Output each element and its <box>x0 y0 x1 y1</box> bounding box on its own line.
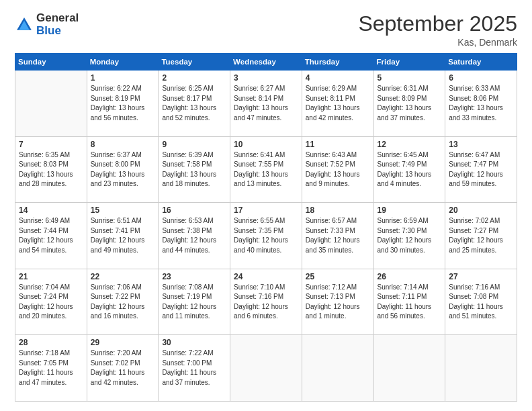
day-info: Sunrise: 6:39 AMSunset: 7:58 PMDaylight:… <box>162 150 226 189</box>
calendar-cell: 19 Sunrise: 6:59 AMSunset: 7:30 PMDaylig… <box>373 203 445 269</box>
day-number: 29 <box>91 338 155 347</box>
calendar-cell: 13 Sunrise: 6:47 AMSunset: 7:47 PMDaylig… <box>445 136 517 203</box>
calendar-cell: 25 Sunrise: 7:12 AMSunset: 7:13 PMDaylig… <box>302 269 373 335</box>
day-info: Sunrise: 6:37 AMSunset: 8:00 PMDaylight:… <box>91 150 155 189</box>
month-title: September 2025 <box>358 12 517 36</box>
col-saturday: Saturday <box>445 54 517 71</box>
day-number: 13 <box>449 140 513 149</box>
day-info: Sunrise: 6:43 AMSunset: 7:52 PMDaylight:… <box>306 150 370 189</box>
calendar-cell: 30 Sunrise: 7:22 AMSunset: 7:00 PMDaylig… <box>159 335 230 402</box>
calendar-cell <box>445 335 517 402</box>
day-number: 18 <box>306 205 370 215</box>
day-info: Sunrise: 7:20 AMSunset: 7:02 PMDaylight:… <box>91 349 155 387</box>
day-info: Sunrise: 6:57 AMSunset: 7:33 PMDaylight:… <box>306 216 370 255</box>
calendar-cell: 12 Sunrise: 6:45 AMSunset: 7:49 PMDaylig… <box>373 136 445 203</box>
day-info: Sunrise: 6:33 AMSunset: 8:06 PMDaylight:… <box>449 84 513 123</box>
day-info: Sunrise: 6:51 AMSunset: 7:41 PMDaylight:… <box>91 216 155 255</box>
day-info: Sunrise: 7:12 AMSunset: 7:13 PMDaylight:… <box>306 283 370 322</box>
day-info: Sunrise: 6:53 AMSunset: 7:38 PMDaylight:… <box>162 216 226 255</box>
day-number: 22 <box>91 272 155 281</box>
calendar-cell: 20 Sunrise: 7:02 AMSunset: 7:27 PMDaylig… <box>445 203 517 269</box>
day-info: Sunrise: 7:16 AMSunset: 7:08 PMDaylight:… <box>449 283 513 322</box>
day-info: Sunrise: 6:49 AMSunset: 7:44 PMDaylight:… <box>19 216 83 255</box>
col-tuesday: Tuesday <box>159 54 230 71</box>
col-friday: Friday <box>373 54 445 71</box>
calendar-cell: 14 Sunrise: 6:49 AMSunset: 7:44 PMDaylig… <box>15 203 87 269</box>
calendar-cell: 23 Sunrise: 7:08 AMSunset: 7:19 PMDaylig… <box>159 269 230 335</box>
calendar-cell <box>15 71 87 137</box>
day-number: 15 <box>91 205 155 215</box>
calendar-cell: 17 Sunrise: 6:55 AMSunset: 7:35 PMDaylig… <box>230 203 302 269</box>
day-number: 27 <box>449 272 513 281</box>
page-header: General Blue September 2025 Kas, Denmark <box>15 12 517 48</box>
day-number: 26 <box>378 272 442 281</box>
day-number: 17 <box>234 205 298 215</box>
day-number: 23 <box>162 272 226 281</box>
day-info: Sunrise: 6:27 AMSunset: 8:14 PMDaylight:… <box>234 84 298 123</box>
calendar-cell: 18 Sunrise: 6:57 AMSunset: 7:33 PMDaylig… <box>302 203 373 269</box>
day-info: Sunrise: 7:08 AMSunset: 7:19 PMDaylight:… <box>162 283 226 322</box>
calendar-cell: 26 Sunrise: 7:14 AMSunset: 7:11 PMDaylig… <box>373 269 445 335</box>
day-info: Sunrise: 6:29 AMSunset: 8:11 PMDaylight:… <box>306 84 370 123</box>
calendar-cell: 15 Sunrise: 6:51 AMSunset: 7:41 PMDaylig… <box>87 203 159 269</box>
calendar-cell: 4 Sunrise: 6:29 AMSunset: 8:11 PMDayligh… <box>302 71 373 137</box>
calendar-cell: 24 Sunrise: 7:10 AMSunset: 7:16 PMDaylig… <box>230 269 302 335</box>
calendar-cell <box>302 335 373 402</box>
calendar-cell: 3 Sunrise: 6:27 AMSunset: 8:14 PMDayligh… <box>230 71 302 137</box>
logo: General Blue <box>15 12 79 37</box>
title-block: September 2025 Kas, Denmark <box>358 12 517 48</box>
col-wednesday: Wednesday <box>230 54 302 71</box>
day-number: 12 <box>378 140 442 149</box>
day-number: 14 <box>19 205 83 215</box>
calendar-cell: 9 Sunrise: 6:39 AMSunset: 7:58 PMDayligh… <box>159 136 230 203</box>
day-number: 7 <box>19 140 83 149</box>
calendar-cell <box>230 335 302 402</box>
day-number: 11 <box>306 140 370 149</box>
day-number: 16 <box>162 205 226 215</box>
day-number: 30 <box>162 338 226 347</box>
logo-icon <box>15 15 34 34</box>
calendar-cell: 27 Sunrise: 7:16 AMSunset: 7:08 PMDaylig… <box>445 269 517 335</box>
day-number: 9 <box>162 140 226 149</box>
calendar-cell: 28 Sunrise: 7:18 AMSunset: 7:05 PMDaylig… <box>15 335 87 402</box>
calendar-cell: 29 Sunrise: 7:20 AMSunset: 7:02 PMDaylig… <box>87 335 159 402</box>
col-sunday: Sunday <box>15 54 87 71</box>
day-number: 6 <box>449 73 513 83</box>
calendar-header-row: Sunday Monday Tuesday Wednesday Thursday… <box>15 54 517 71</box>
day-number: 20 <box>449 205 513 215</box>
day-number: 4 <box>306 73 370 83</box>
day-info: Sunrise: 6:47 AMSunset: 7:47 PMDaylight:… <box>449 150 513 189</box>
day-info: Sunrise: 6:41 AMSunset: 7:55 PMDaylight:… <box>234 150 298 189</box>
calendar-cell: 16 Sunrise: 6:53 AMSunset: 7:38 PMDaylig… <box>159 203 230 269</box>
day-number: 25 <box>306 272 370 281</box>
day-number: 10 <box>234 140 298 149</box>
day-info: Sunrise: 6:59 AMSunset: 7:30 PMDaylight:… <box>378 216 442 255</box>
calendar-cell: 11 Sunrise: 6:43 AMSunset: 7:52 PMDaylig… <box>302 136 373 203</box>
day-number: 28 <box>19 338 83 347</box>
day-info: Sunrise: 6:35 AMSunset: 8:03 PMDaylight:… <box>19 150 83 189</box>
day-number: 3 <box>234 73 298 83</box>
calendar-cell <box>373 335 445 402</box>
calendar-cell: 21 Sunrise: 7:04 AMSunset: 7:24 PMDaylig… <box>15 269 87 335</box>
calendar-cell: 10 Sunrise: 6:41 AMSunset: 7:55 PMDaylig… <box>230 136 302 203</box>
day-info: Sunrise: 7:04 AMSunset: 7:24 PMDaylight:… <box>19 283 83 322</box>
day-info: Sunrise: 7:02 AMSunset: 7:27 PMDaylight:… <box>449 216 513 255</box>
day-info: Sunrise: 6:45 AMSunset: 7:49 PMDaylight:… <box>378 150 442 189</box>
calendar-cell: 7 Sunrise: 6:35 AMSunset: 8:03 PMDayligh… <box>15 136 87 203</box>
day-info: Sunrise: 7:22 AMSunset: 7:00 PMDaylight:… <box>162 349 226 387</box>
col-monday: Monday <box>87 54 159 71</box>
day-number: 5 <box>378 73 442 83</box>
day-info: Sunrise: 7:06 AMSunset: 7:22 PMDaylight:… <box>91 283 155 322</box>
calendar-cell: 5 Sunrise: 6:31 AMSunset: 8:09 PMDayligh… <box>373 71 445 137</box>
calendar-cell: 8 Sunrise: 6:37 AMSunset: 8:00 PMDayligh… <box>87 136 159 203</box>
day-number: 21 <box>19 272 83 281</box>
location: Kas, Denmark <box>358 37 517 48</box>
calendar-cell: 22 Sunrise: 7:06 AMSunset: 7:22 PMDaylig… <box>87 269 159 335</box>
calendar-table: Sunday Monday Tuesday Wednesday Thursday… <box>15 53 517 402</box>
day-info: Sunrise: 6:31 AMSunset: 8:09 PMDaylight:… <box>378 84 442 123</box>
day-info: Sunrise: 6:25 AMSunset: 8:17 PMDaylight:… <box>162 84 226 123</box>
day-info: Sunrise: 7:14 AMSunset: 7:11 PMDaylight:… <box>378 283 442 322</box>
day-info: Sunrise: 7:10 AMSunset: 7:16 PMDaylight:… <box>234 283 298 322</box>
col-thursday: Thursday <box>302 54 373 71</box>
day-number: 19 <box>378 205 442 215</box>
